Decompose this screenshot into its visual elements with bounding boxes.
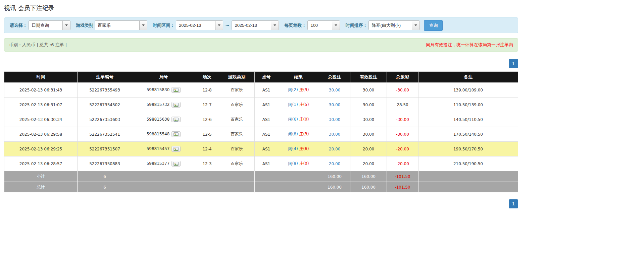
total-bet-link[interactable]: 30.00 — [329, 132, 340, 137]
date-to-combobox[interactable] — [232, 20, 279, 30]
time-sort-input[interactable] — [369, 21, 412, 30]
chevron-down-icon[interactable] — [271, 21, 279, 30]
payout-cell: -20.00 — [387, 156, 418, 171]
total-bet-link[interactable]: 30.00 — [329, 88, 340, 92]
page-button-1[interactable]: 1 — [509, 199, 518, 208]
page-size-label: 每页笔数： — [284, 22, 306, 28]
result-banker: 庄(0) — [299, 161, 309, 166]
column-header: 游戏类别 — [219, 72, 255, 83]
total-bet-link[interactable]: 30.00 — [329, 117, 340, 122]
table-header-row: 时间注单编号局号场次游戏类别桌号结果总投注有效投注总派彩备注 — [4, 72, 518, 83]
date-from-combobox[interactable] — [176, 20, 223, 30]
total-label: 总计 — [4, 182, 78, 193]
table-no-cell: AS1 — [255, 112, 278, 127]
page-button-1[interactable]: 1 — [509, 59, 518, 68]
road-map-button[interactable] — [171, 161, 181, 167]
empty-cell — [255, 171, 278, 182]
time-sort-combobox[interactable] — [368, 20, 420, 30]
column-header: 场次 — [195, 72, 219, 83]
payout-cell: 28.50 — [387, 97, 418, 112]
bet-time-cell: 2025-02-13 06:31:43 — [4, 83, 78, 97]
session-cell: 12-6 — [195, 112, 219, 127]
road-map-button[interactable] — [171, 146, 181, 152]
result-cell: 闲(2) 庄(9) — [278, 83, 319, 97]
bet-id-cell: 522267355493 — [78, 83, 132, 97]
note-cell: 170.50/140.50 — [418, 127, 518, 142]
valid-bet-cell: 30.00 — [350, 127, 387, 142]
date-to-input[interactable] — [232, 21, 271, 30]
empty-cell — [219, 182, 255, 193]
page-size-input[interactable] — [308, 21, 332, 30]
select-mode-label: 请选择： — [10, 22, 27, 28]
pagination-top: 1 — [4, 59, 518, 68]
bet-id-cell: 522267352541 — [78, 127, 132, 142]
result-banker: 庄(9) — [299, 87, 309, 92]
road-map-button[interactable] — [171, 102, 181, 108]
chevron-down-icon[interactable] — [332, 21, 340, 30]
subtotal-valid-bet: 160.00 — [350, 171, 387, 182]
empty-cell — [195, 171, 219, 182]
subtotal-total-bet: 160.00 — [319, 171, 350, 182]
road-map-button[interactable] — [171, 87, 181, 93]
total-bet-cell: 20.00 — [319, 156, 350, 171]
total-bet-cell: 20.00 — [319, 142, 350, 156]
road-map-button[interactable] — [171, 131, 181, 137]
total-bet-link[interactable]: 20.00 — [329, 147, 340, 151]
result-cell: 闲(1) 庄(5) — [278, 97, 319, 112]
bet-time-cell: 2025-02-13 06:29:25 — [4, 142, 78, 156]
pagination-bottom: 1 — [4, 199, 518, 208]
date-from-input[interactable] — [176, 21, 215, 30]
round-cell: 598815457 — [132, 142, 195, 156]
total-count: 6 — [78, 182, 132, 193]
page-size-combobox[interactable] — [307, 20, 340, 30]
game-type-label: 游戏类别 — [76, 22, 93, 28]
payout-cell: -20.00 — [387, 142, 418, 156]
result-cell: 闲(9) 庄(0) — [278, 156, 319, 171]
road-map-icon — [174, 132, 179, 136]
select-mode-input[interactable] — [29, 21, 62, 30]
round-id: 598815638 — [147, 117, 170, 122]
session-cell: 12-3 — [195, 156, 219, 171]
valid-bet-warning-note: 同局有效投注，统一计算在该局第一张注单内 — [426, 42, 513, 48]
result-cell: 闲(4) 庄(6) — [278, 142, 319, 156]
column-header: 结果 — [278, 72, 319, 83]
result-player: 闲(2) — [288, 87, 298, 92]
game-type-combobox[interactable] — [95, 20, 147, 30]
table-body: 2025-02-13 06:31:43522267355493598815830… — [4, 83, 518, 193]
chevron-down-icon[interactable] — [139, 21, 147, 30]
valid-bet-cell: 20.00 — [350, 142, 387, 156]
chevron-down-icon[interactable] — [215, 21, 223, 30]
road-map-icon — [174, 103, 179, 107]
chevron-down-icon[interactable] — [62, 21, 70, 30]
game-type-input[interactable] — [95, 21, 139, 30]
note-cell: 190.50/170.50 — [418, 142, 518, 156]
subtotal-row: 小计6160.00160.00-101.50 — [4, 171, 518, 182]
total-valid-bet: 160.00 — [350, 182, 387, 193]
filter-bar: 请选择： 游戏类别 时间区间： ~ 每页笔数： 时间排序： — [4, 17, 518, 33]
total-bet-link[interactable]: 30.00 — [329, 103, 340, 107]
round-id: 598815377 — [147, 161, 170, 166]
total-bet-link[interactable]: 20.00 — [329, 161, 340, 166]
result-banker: 庄(6) — [299, 146, 309, 151]
road-map-button[interactable] — [171, 117, 181, 122]
table-no-cell: AS1 — [255, 156, 278, 171]
column-header: 有效投注 — [350, 72, 387, 83]
session-cell: 12-8 — [195, 83, 219, 97]
game-type-cell: 百家乐 — [219, 156, 255, 171]
table-row: 2025-02-13 06:31:07522267354502598815732… — [4, 97, 518, 112]
empty-cell — [195, 182, 219, 193]
column-header: 时间 — [4, 72, 78, 83]
game-type-cell: 百家乐 — [219, 83, 255, 97]
payout-cell: -30.00 — [387, 127, 418, 142]
session-cell: 12-4 — [195, 142, 219, 156]
chevron-down-icon[interactable] — [412, 21, 419, 30]
valid-bet-cell: 30.00 — [350, 83, 387, 97]
select-mode-combobox[interactable] — [29, 20, 70, 30]
round-id: 598815548 — [147, 132, 170, 136]
total-total-bet: 160.00 — [319, 182, 350, 193]
empty-cell — [418, 182, 518, 193]
result-cell: 闲(6) 庄(0) — [278, 112, 319, 127]
empty-cell — [278, 171, 319, 182]
result-player: 闲(1) — [288, 102, 298, 107]
search-button[interactable]: 查询 — [424, 20, 443, 31]
